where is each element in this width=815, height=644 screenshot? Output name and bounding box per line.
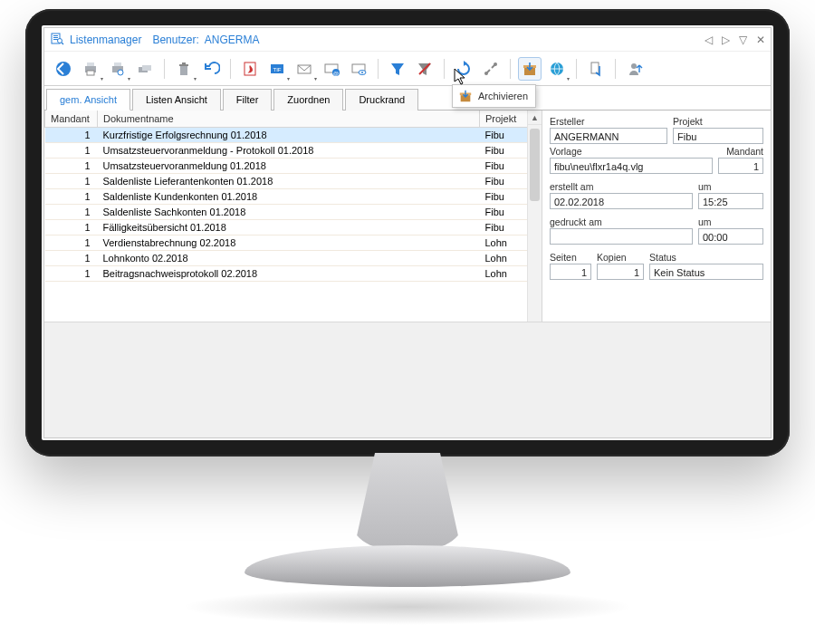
field-erstellt-am[interactable]: 02.02.2018: [550, 193, 693, 209]
table-row[interactable]: 1Kurzfristige Erfolgsrechnung 01.2018Fib…: [45, 128, 542, 143]
label-erstellt-um: um: [698, 181, 763, 192]
archive-button[interactable]: [518, 57, 542, 81]
svg-rect-15: [180, 66, 187, 75]
svg-point-29: [484, 72, 488, 75]
table-row[interactable]: 1Beitragsnachweisprotokoll 02.2018Lohn: [45, 266, 542, 282]
label-kopien: Kopien: [597, 252, 644, 263]
archive-icon: [458, 89, 473, 103]
cell-dokumentname: Saldenliste Sachkonten 01.2018: [98, 205, 480, 220]
user-name: ANGERMA: [205, 34, 260, 46]
remove-filter-button[interactable]: [413, 57, 436, 81]
field-kopien[interactable]: 1: [597, 264, 644, 280]
documents-table: Mandant Dokumentname Projekt 1Kurzfristi…: [44, 111, 542, 282]
label-ersteller: Ersteller: [550, 116, 667, 127]
mail-button[interactable]: ▾: [292, 57, 316, 81]
field-vorlage[interactable]: fibu\neu\flxr1a4q.vlg: [550, 158, 713, 174]
scroll-thumb[interactable]: [530, 129, 540, 201]
field-mandant[interactable]: 1: [718, 158, 763, 174]
field-gedruckt-um[interactable]: 00:00: [698, 228, 763, 245]
field-erstellt-um[interactable]: 15:25: [698, 193, 763, 209]
nav-left-button[interactable]: ◁: [705, 34, 713, 46]
label-gedruckt-am: gedruckt am: [550, 216, 693, 227]
app-title: Listenmanager: [70, 34, 141, 46]
svg-text:@: @: [333, 70, 339, 75]
close-button[interactable]: ✕: [756, 34, 765, 46]
nav-right-button[interactable]: ▷: [722, 34, 730, 46]
col-dokumentname[interactable]: Dokumentname: [98, 111, 480, 128]
label-gedruckt-um: um: [698, 216, 763, 227]
table-row[interactable]: 1Lohnkonto 02.2018Lohn: [45, 251, 542, 266]
monitor-frame: Listenmanager Benutzer: ANGERMA ◁ ▷ ▽ ✕: [0, 0, 815, 644]
pdf-button[interactable]: [238, 57, 262, 81]
table-row[interactable]: 1Saldenliste Lieferantenkonten 01.2018Fi…: [45, 174, 542, 189]
archive-tooltip: Archivieren: [452, 84, 536, 108]
app-window: Listenmanager Benutzer: ANGERMA ◁ ▷ ▽ ✕: [43, 27, 772, 438]
cell-mandant: 1: [45, 143, 98, 159]
cell-mandant: 1: [45, 189, 98, 205]
tab-listen-ansicht[interactable]: Listen Ansicht: [132, 89, 221, 111]
delete-button[interactable]: ▾: [172, 57, 196, 81]
cell-mandant: 1: [45, 174, 98, 189]
tab-gem-ansicht[interactable]: gem. Ansicht: [46, 89, 130, 111]
label-status: Status: [649, 252, 763, 263]
tabs: gem. AnsichtListen AnsichtFilterZuordnen…: [44, 88, 771, 111]
svg-text:TIF: TIF: [273, 67, 282, 72]
field-status[interactable]: Kein Status: [649, 264, 763, 280]
table-row[interactable]: 1Verdienstabrechnung 02.2018Lohn: [45, 235, 542, 251]
table-row[interactable]: 1Fälligkeitsübersicht 01.2018Fibu: [45, 220, 542, 235]
tools-button[interactable]: [479, 57, 503, 81]
user-button[interactable]: [623, 57, 647, 81]
svg-point-30: [494, 62, 497, 66]
cell-dokumentname: Umsatzsteuervoranmeldung 01.2018: [98, 159, 480, 174]
cell-mandant: 1: [45, 266, 98, 282]
print-preview-button[interactable]: ▾: [106, 57, 129, 81]
print-button[interactable]: ▾: [79, 57, 102, 81]
undo-button[interactable]: [199, 57, 223, 81]
svg-rect-34: [591, 62, 599, 73]
label-vorlage: Vorlage: [550, 146, 713, 157]
web-button[interactable]: ▾: [545, 57, 569, 81]
tif-button[interactable]: TIF ▾: [265, 57, 289, 81]
label-seiten: Seiten: [550, 252, 591, 263]
svg-rect-14: [142, 65, 151, 71]
svg-rect-2: [53, 37, 58, 38]
user-prefix: Benutzer:: [152, 34, 198, 46]
col-mandant[interactable]: Mandant: [45, 111, 98, 128]
tab-zuordnen[interactable]: Zuordnen: [273, 89, 343, 111]
cell-mandant: 1: [45, 251, 98, 266]
field-gedruckt-am[interactable]: [550, 228, 693, 245]
cell-dokumentname: Verdienstabrechnung 02.2018: [98, 235, 480, 251]
print-multi-button[interactable]: [133, 57, 157, 81]
field-seiten[interactable]: 1: [550, 264, 591, 280]
cell-dokumentname: Fälligkeitsübersicht 01.2018: [98, 220, 480, 235]
field-projekt[interactable]: Fibu: [673, 128, 763, 144]
nav-down-button[interactable]: ▽: [739, 34, 747, 46]
svg-rect-16: [179, 64, 188, 66]
field-ersteller[interactable]: ANGERMANN: [550, 128, 667, 144]
tab-druckrand[interactable]: Druckrand: [345, 89, 418, 111]
screen: Listenmanager Benutzer: ANGERMA ◁ ▷ ▽ ✕: [42, 25, 773, 440]
table-row[interactable]: 1Saldenliste Kundenkonten 01.2018Fibu: [45, 189, 542, 205]
label-projekt: Projekt: [673, 116, 763, 127]
mail-view-button[interactable]: [347, 57, 370, 81]
cell-dokumentname: Saldenliste Kundenkonten 01.2018: [98, 189, 480, 205]
svg-point-35: [631, 63, 637, 69]
scroll-up-button[interactable]: ▲: [528, 111, 542, 125]
svg-rect-17: [182, 62, 186, 64]
cell-mandant: 1: [45, 205, 98, 220]
table-row[interactable]: 1Saldenliste Sachkonten 01.2018Fibu: [45, 205, 542, 220]
cell-mandant: 1: [45, 128, 98, 143]
table-row[interactable]: 1Umsatzsteuervoranmeldung 01.2018Fibu: [45, 159, 542, 174]
app-icon: [50, 31, 64, 48]
filter-button[interactable]: [386, 57, 409, 81]
svg-point-12: [118, 70, 123, 75]
toolbar: ▾ ▾ ▾: [44, 52, 771, 86]
svg-rect-9: [87, 71, 94, 75]
home-button[interactable]: [52, 57, 75, 81]
mail-at-button[interactable]: @: [320, 57, 343, 81]
window-controls: ◁ ▷ ▽ ✕: [705, 34, 765, 46]
document-arrow-button[interactable]: [584, 57, 608, 81]
tab-filter[interactable]: Filter: [223, 89, 272, 111]
table-row[interactable]: 1Umsatzsteuervoranmeldung - Protokoll 01…: [45, 143, 542, 159]
svg-rect-8: [87, 62, 94, 66]
